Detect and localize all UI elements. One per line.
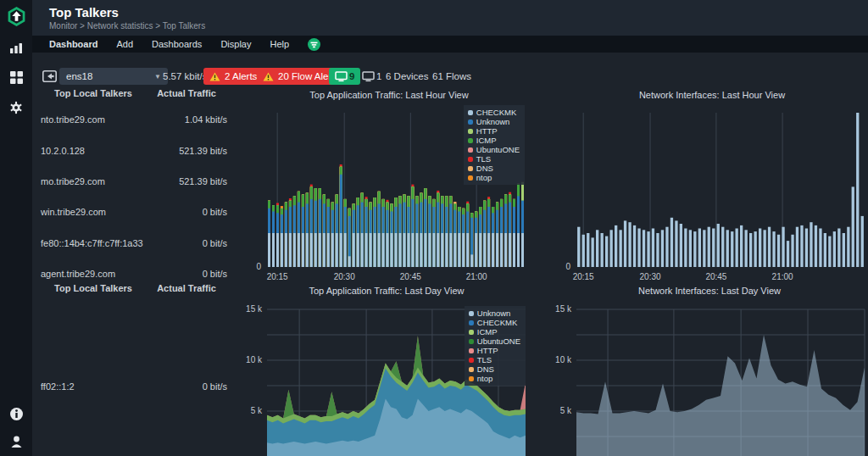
menu-dashboards[interactable]: Dashboards (152, 39, 202, 49)
traffic-cell: 0 bit/s (146, 238, 227, 248)
legend-item: ICMP (469, 327, 520, 336)
chart-legend: UnknownCHECKMKICMPUbuntuONEHTTPTLSDNSnto… (465, 306, 526, 386)
table-rows: nto.tribe29.com1.04 kbit/s10.2.0.128521.… (32, 98, 246, 289)
legend-label: HTTP (477, 346, 498, 355)
legend-label: ntop (477, 374, 493, 383)
svg-text:15 k: 15 k (246, 304, 263, 314)
chart-interfaces-hour: Network Interfaces: Last Hour View 20:15… (556, 88, 868, 288)
table-header: Top Local Talkers Actual Traffic (32, 88, 246, 98)
top-local-talkers-table: Top Local Talkers Actual Traffic nto.tri… (32, 88, 246, 289)
table-rows: ff02::1:20 bit/s (32, 293, 246, 402)
customize-grid-icon[interactable] (0, 70, 32, 85)
table-row: ff02::1:20 bit/s (32, 371, 246, 402)
svg-text:15 k: 15 k (555, 304, 572, 314)
legend-item: DNS (468, 164, 520, 173)
flows-count: 61 Flows (432, 68, 471, 85)
legend-swatch (468, 157, 473, 162)
page-title: Top Talkers (49, 5, 119, 19)
top-local-talkers-table-2: Top Local Talkers Actual Traffic ff02::1… (32, 283, 246, 402)
legend-label: ntop (476, 173, 492, 182)
chart-interfaces-day: Network Interfaces: Last Day View 15 k10… (551, 284, 868, 456)
alerts-badge[interactable]: 2 Alerts (203, 68, 263, 85)
legend-item: UbuntuONE (468, 145, 520, 154)
svg-text:10 k: 10 k (555, 355, 572, 364)
menu-display[interactable]: Display (220, 39, 251, 49)
checkmk-logo[interactable] (0, 6, 32, 27)
chart-plot: 15 k10 k5 k (551, 299, 868, 456)
table-row: mo.tribe29.com521.39 bit/s (32, 166, 246, 197)
legend-swatch (468, 175, 473, 181)
host-cell: 10.2.0.128 (41, 146, 146, 156)
legend-label: CHECKMK (476, 108, 517, 117)
svg-text:20:45: 20:45 (705, 272, 726, 281)
chart-plot: 20:1520:3020:4521:000 (556, 103, 868, 288)
setup-gear-icon[interactable] (0, 100, 32, 115)
legend-label: TLS (476, 154, 491, 164)
filter-icon[interactable] (308, 38, 320, 51)
host-cell: agent.tribe29.com (41, 269, 146, 279)
traffic-cell: 0 bit/s (146, 381, 227, 392)
legend-item: TLS (469, 355, 520, 364)
chart-title: Top Application Traffic: Last Hour View (247, 88, 531, 103)
breadcrumb: Monitor > Network statistics > Top Talke… (49, 21, 205, 31)
legend-label: Unknown (476, 117, 510, 126)
legend-item: Unknown (468, 117, 520, 126)
menu-help[interactable]: Help (270, 39, 289, 49)
legend-swatch (469, 348, 474, 353)
legend-swatch (469, 358, 474, 363)
chart-legend: CHECKMKUnknownHTTPICMPUbuntuONETLSDNSnto… (464, 105, 525, 185)
svg-text:0: 0 (565, 262, 570, 271)
svg-text:20:15: 20:15 (267, 272, 288, 281)
interface-select-value: ens18 (66, 71, 92, 81)
legend-item: UbuntuONE (469, 336, 520, 346)
svg-text:20:30: 20:30 (640, 272, 661, 281)
traffic-cell: 0 bit/s (146, 269, 227, 279)
traffic-cell: 0 bit/s (146, 207, 227, 217)
info-icon[interactable] (0, 407, 32, 421)
svg-text:20:30: 20:30 (334, 272, 355, 281)
menu-add[interactable]: Add (116, 39, 133, 49)
legend-label: UbuntuONE (477, 336, 520, 346)
legend-item: Unknown (469, 309, 520, 318)
svg-text:0: 0 (256, 262, 261, 271)
devices-up-badge[interactable]: 9 (329, 68, 360, 85)
legend-label: DNS (476, 164, 493, 173)
table-row: 10.2.0.128521.39 bit/s (32, 135, 246, 165)
legend-swatch (468, 147, 473, 153)
legend-item: CHECKMK (468, 108, 520, 117)
legend-swatch (469, 311, 474, 316)
page-header: Top Talkers Monitor > Network statistics… (32, 0, 868, 36)
svg-text:21:00: 21:00 (466, 272, 487, 281)
svg-text:21:00: 21:00 (772, 272, 793, 281)
host-cell: win.tribe29.com (41, 207, 146, 217)
traffic-cell: 1.04 kbit/s (146, 114, 227, 125)
chart-title: Network Interfaces: Last Hour View (556, 88, 868, 103)
monitor-icon[interactable] (0, 41, 32, 56)
legend-item: DNS (469, 364, 520, 374)
menubar: Dashboard Add Dashboards Display Help (32, 36, 868, 53)
legend-label: CHECKMK (477, 318, 518, 327)
legend-swatch (468, 120, 473, 125)
legend-item: ntop (469, 374, 520, 383)
legend-swatch (469, 367, 474, 372)
legend-item: ntop (468, 173, 520, 182)
chart-app-traffic-hour: Top Application Traffic: Last Hour View … (247, 88, 531, 288)
legend-label: UbuntuONE (476, 145, 520, 154)
warning-icon (209, 72, 220, 81)
device-monitor-icon (335, 71, 348, 82)
legend-item: ICMP (468, 136, 520, 145)
host-cell: nto.tribe29.com (41, 114, 146, 125)
traffic-cell: 521.39 bit/s (146, 176, 227, 186)
devices-down-count: 1 (362, 68, 381, 85)
legend-item: TLS (468, 154, 520, 164)
menu-dashboard[interactable]: Dashboard (49, 39, 97, 49)
legend-swatch (469, 339, 474, 344)
interface-icon (42, 68, 57, 85)
device-monitor-icon (362, 71, 375, 82)
legend-label: HTTP (476, 126, 498, 136)
legend-swatch (469, 330, 474, 335)
interface-select[interactable]: ens18 ▼ (59, 68, 168, 85)
traffic-cell: 521.39 bit/s (146, 146, 227, 156)
chart-title: Network Interfaces: Last Day View (551, 284, 868, 299)
user-icon[interactable] (0, 435, 32, 449)
